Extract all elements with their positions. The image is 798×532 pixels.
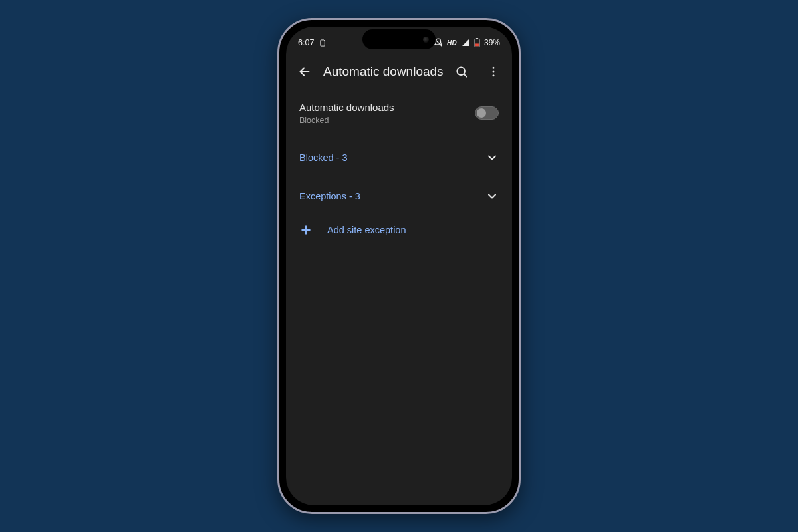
add-site-exception-label: Add site exception [327, 225, 406, 235]
svg-point-7 [493, 74, 495, 76]
exceptions-label: Exceptions - 3 [299, 191, 360, 201]
svg-rect-3 [475, 43, 479, 46]
toggle-knob [477, 108, 486, 118]
automatic-downloads-toggle-row[interactable]: Automatic downloads Blocked [286, 89, 512, 133]
add-site-exception-button[interactable]: Add site exception [286, 214, 512, 246]
phone-notch [362, 29, 436, 49]
status-time: 6:07 [298, 38, 314, 47]
app-bar: Automatic downloads [286, 55, 512, 89]
svg-point-6 [493, 71, 495, 73]
chevron-down-icon [485, 190, 499, 203]
phone-volume-down [277, 213, 279, 253]
page-title: Automatic downloads [322, 65, 444, 79]
blocked-label: Blocked - 3 [299, 152, 348, 163]
toggle-row-title: Automatic downloads [299, 101, 475, 114]
exceptions-section-header[interactable]: Exceptions - 3 [286, 178, 512, 214]
more-vert-icon [487, 65, 500, 78]
stage: 6:07 HD [0, 0, 798, 532]
status-left: 6:07 [298, 38, 327, 47]
automatic-downloads-toggle[interactable] [475, 106, 499, 120]
search-icon [455, 65, 468, 78]
phone-volume-up [277, 166, 279, 206]
sd-card-icon [319, 39, 327, 47]
battery-percentage: 39% [484, 38, 500, 47]
toggle-row-subtitle: Blocked [299, 116, 475, 125]
cellular-signal-icon [461, 39, 470, 47]
arrow-back-icon [297, 65, 312, 79]
front-camera [423, 37, 429, 43]
back-button[interactable] [290, 57, 319, 86]
chevron-down-icon [485, 151, 499, 164]
phone-frame: 6:07 HD [277, 18, 521, 514]
more-options-button[interactable] [479, 57, 508, 86]
phone-power-button [519, 160, 521, 219]
blocked-section-header[interactable]: Blocked - 3 [286, 140, 512, 176]
phone-side-button [277, 133, 279, 157]
svg-point-5 [493, 67, 495, 69]
search-button[interactable] [447, 57, 476, 86]
plus-icon [299, 223, 313, 237]
battery-icon [474, 38, 480, 47]
hd-indicator-icon: HD [447, 39, 457, 47]
screen: 6:07 HD [286, 27, 512, 505]
